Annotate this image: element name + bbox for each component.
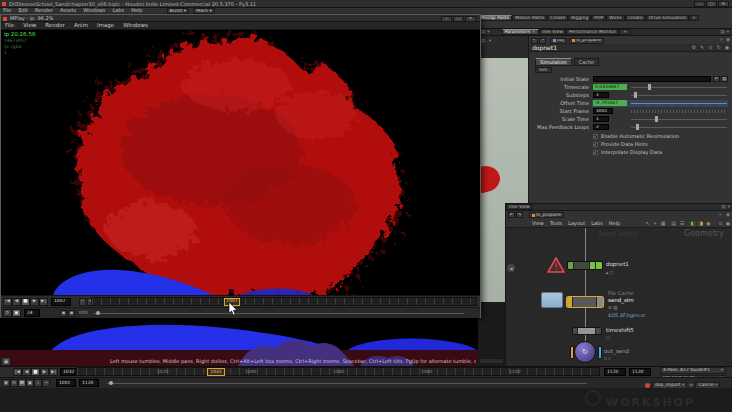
mplay-maximize-button[interactable]: ▢ xyxy=(453,16,464,22)
playhead-marker[interactable]: 1032 xyxy=(207,368,225,376)
timescale-slider[interactable] xyxy=(631,84,727,90)
offset-time-field[interactable]: -0.791667 xyxy=(593,100,627,106)
shelf-tool-vr-camera[interactable]: VR Camera xyxy=(658,21,682,29)
tab-simulation[interactable]: Simulation xyxy=(535,58,572,66)
network-pane-tab[interactable]: Tree View xyxy=(506,204,532,210)
network-menu-view[interactable]: View xyxy=(532,221,544,226)
chevron-down-icon[interactable]: ▾ xyxy=(727,30,729,35)
mplay-canvas[interactable]: ip 20:26:56 1467x957 ip: rgba 1 xyxy=(1,30,480,295)
list-icon[interactable]: ▤ xyxy=(671,221,676,226)
add-pane-icon[interactable]: + xyxy=(718,213,722,218)
checkbox-provide-data-hints[interactable]: ✓Provide Data Hints xyxy=(593,142,648,147)
mplay-menu-file[interactable]: File xyxy=(5,23,14,29)
start-frame-field[interactable]: 1001 xyxy=(593,108,613,114)
main-timeline-ruler[interactable]: 1020 1040 1060 1080 1100 1032 xyxy=(76,367,600,376)
menu-help[interactable]: Help xyxy=(131,8,142,13)
max-feedback-loops-slider[interactable] xyxy=(631,124,727,130)
flipbook-button[interactable]: ▣ xyxy=(26,379,34,387)
pane-tab-add[interactable]: + xyxy=(619,29,631,35)
range-lock-button[interactable]: ⊞ xyxy=(18,379,26,387)
shelf-tool-camera-rig[interactable]: Camera Rig xyxy=(706,21,730,29)
global-end-field[interactable]: 1120 xyxy=(629,368,651,376)
timescale-field[interactable]: 0.0434667 xyxy=(593,84,627,90)
pane-options-icon[interactable]: ▤ xyxy=(721,205,725,210)
checkbox-enable-automatic-resimulation[interactable]: ✓Enable Automatic Resimulation xyxy=(593,134,679,139)
menu-lines-icon[interactable]: ☰ xyxy=(680,221,684,226)
playback-option-top-dropdown[interactable]: 4 Pass, A17 Guide#1▾ xyxy=(660,367,726,374)
jump-start-button[interactable]: |◀ xyxy=(13,368,22,376)
mplay-jump-end-button[interactable]: ▶| xyxy=(39,298,48,306)
path-context-chip[interactable]: obj xyxy=(550,38,567,44)
scale-time-field[interactable]: 1 xyxy=(593,116,609,122)
pane-tab-parameters[interactable]: Parameters ✕ xyxy=(502,29,539,35)
substeps-slider[interactable] xyxy=(631,92,727,98)
prev-frame-button[interactable]: ◀ xyxy=(22,368,31,376)
shelf-tool-caustic-light[interactable]: Caustic Light xyxy=(556,21,582,29)
menu-file[interactable]: File xyxy=(3,8,11,13)
grid-icon[interactable]: ▦ xyxy=(661,221,666,226)
nav-back-button[interactable]: ↶ xyxy=(531,38,538,44)
substeps-field[interactable]: 1 xyxy=(593,92,609,98)
select-arrow-icon[interactable]: ↖ xyxy=(646,221,650,226)
slider-handle[interactable] xyxy=(648,84,651,90)
mplay-fps-field[interactable]: 24 xyxy=(24,309,40,317)
pane-options-icon[interactable]: ▤ xyxy=(720,30,724,35)
mplay-frame-field[interactable]: 1007 xyxy=(51,298,71,306)
play-button[interactable]: ▶ xyxy=(40,368,49,376)
tab-cache[interactable]: Cache xyxy=(574,58,600,66)
pane-menu-icon[interactable]: ▤ xyxy=(481,30,485,35)
frame-all-icon[interactable]: ◉ xyxy=(726,221,730,226)
shelf-tool-portal-light[interactable]: Portal Light xyxy=(582,21,608,29)
dot-icon[interactable]: ◉ xyxy=(706,221,710,226)
checkbox-icon[interactable]: ✓ xyxy=(593,134,598,139)
mplay-step-back-button[interactable]: − xyxy=(79,298,86,306)
shelf-tool-sky-light[interactable]: Sky Light xyxy=(504,21,530,29)
checkbox-icon[interactable]: ✓ xyxy=(593,150,598,155)
checkbox-icon[interactable]: ✓ xyxy=(593,142,598,147)
range-start-field[interactable]: 1001 xyxy=(56,379,76,387)
snap-icon[interactable]: ⌖ xyxy=(654,221,657,226)
menu-assets[interactable]: Assets xyxy=(60,8,76,13)
mplay-menu-render[interactable]: Render xyxy=(45,23,65,29)
menu-render[interactable]: Render xyxy=(35,8,53,13)
pane-tab-tree-view[interactable]: Tree View xyxy=(539,29,567,35)
range-end-field[interactable]: 1120 xyxy=(79,379,99,387)
mplay-menu-image[interactable]: Image xyxy=(97,23,114,29)
edit-icon[interactable]: ✎ xyxy=(700,45,704,50)
offset-time-slider[interactable] xyxy=(631,100,727,106)
slider-handle[interactable] xyxy=(634,92,637,98)
mplay-prev-frame-button[interactable]: ◀ xyxy=(12,298,21,306)
step-mode-button[interactable]: → xyxy=(42,379,50,387)
color-right-icon[interactable]: ◨ xyxy=(698,221,703,226)
color-left-icon[interactable]: ◧ xyxy=(691,221,696,226)
desktop-selector[interactable]: Build ▾ xyxy=(167,8,189,14)
network-path-node-chip[interactable]: fx_propane xyxy=(529,212,564,218)
keyframe-button[interactable]: ⌖ xyxy=(34,379,42,387)
mplay-flipbook-button[interactable]: ▣ xyxy=(12,309,21,317)
shelf-tool-environment-light[interactable]: Environment Light xyxy=(478,21,504,29)
node-dopnet1[interactable] xyxy=(567,261,603,270)
layout-selector[interactable]: Main ▾ xyxy=(193,8,215,14)
end-frame-field[interactable]: 1120 xyxy=(604,368,626,376)
param-sub-tab[interactable]: Sim xyxy=(535,67,552,73)
back-render-strip[interactable]: Left mouse tumbles, Middle pans, Right d… xyxy=(0,318,478,366)
zoom-icon[interactable]: ⊙ xyxy=(718,221,722,226)
checkbox-interpolate-display-data[interactable]: ✓Interpolate Display Data xyxy=(593,150,662,155)
jump-end-button[interactable]: ▶| xyxy=(49,368,58,376)
target-icon[interactable]: ◉ xyxy=(726,213,730,218)
mplay-loop-button[interactable]: ⟳ xyxy=(3,309,12,317)
slider-handle[interactable] xyxy=(636,124,639,130)
node-out-flag-right[interactable] xyxy=(598,346,602,359)
mplay-minimize-button[interactable]: – xyxy=(441,16,452,22)
mplay-close-button[interactable]: ✕ xyxy=(465,16,476,22)
file-revert-button[interactable]: ↶ xyxy=(713,76,720,82)
pane-tab-performance-monitor[interactable]: Performance Monitor xyxy=(566,29,619,35)
target-icon[interactable]: ◉ xyxy=(726,38,730,43)
shelf-tool-ambient-light[interactable]: Ambient Light xyxy=(608,21,634,29)
node-sand-sim[interactable] xyxy=(566,296,604,308)
maximize-button[interactable]: ▢ xyxy=(706,1,717,7)
pin-icon[interactable]: + xyxy=(719,38,723,43)
range-slider-handle[interactable] xyxy=(109,381,113,385)
node-timeshift5[interactable] xyxy=(572,327,602,335)
close-icon[interactable]: ✕ xyxy=(532,30,536,35)
